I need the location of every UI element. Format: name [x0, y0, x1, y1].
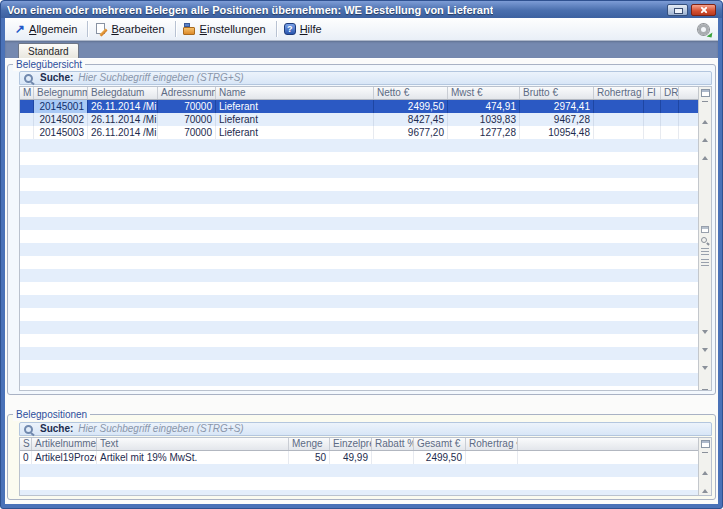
column-header[interactable]: FI — [644, 87, 661, 99]
column-header[interactable]: Belegdatum — [88, 87, 158, 99]
window-title: Von einem oder mehreren Belegen alle Pos… — [7, 4, 493, 16]
grid-cell[interactable] — [644, 126, 661, 139]
title-bar[interactable]: Von einem oder mehreren Belegen alle Pos… — [1, 1, 722, 18]
grid-cell[interactable]: Lieferant — [216, 100, 374, 113]
page-up-icon[interactable] — [702, 121, 708, 139]
grid-cell[interactable] — [466, 451, 518, 464]
column-header[interactable]: Belegnumme — [34, 87, 88, 99]
grid-cell[interactable]: 70000 — [158, 126, 216, 139]
grid-cell[interactable]: 2499,50 — [374, 100, 448, 113]
column-header[interactable]: Rohertrag € — [466, 438, 518, 450]
filter-rows-icon[interactable] — [701, 248, 709, 255]
grid-cell[interactable]: 70000 — [158, 100, 216, 113]
grid-cell[interactable] — [594, 126, 644, 139]
arrow-ne-icon: ↗ — [15, 23, 25, 35]
grid-cell[interactable]: Lieferant — [216, 126, 374, 139]
column-header[interactable]: Brutto € — [520, 87, 594, 99]
grid-cell[interactable]: 1277,28 — [448, 126, 520, 139]
menu-item-einstellungen[interactable]: Einstellungen — [179, 21, 273, 37]
menu-label: Hilfe — [300, 23, 322, 35]
first-record-icon[interactable] — [702, 101, 708, 121]
table-row[interactable]: 20145001 26.11.2014 /Mi 70000 Lieferant … — [20, 100, 698, 113]
tab-strip: Standard — [5, 41, 718, 58]
column-header[interactable]: Einzelpreis € — [330, 438, 372, 450]
grid-cell[interactable]: Artikel19Prozent — [32, 451, 97, 464]
grid-cell-focused[interactable]: 20145001 — [34, 100, 88, 113]
grid-cell[interactable] — [661, 113, 679, 126]
menu-item-bearbeiten[interactable]: Bearbeiten — [91, 21, 171, 38]
menu-label: Bearbeiten — [111, 23, 164, 35]
column-header[interactable]: Netto € — [374, 87, 448, 99]
grid-cell[interactable]: Lieferant — [216, 113, 374, 126]
tab-standard[interactable]: Standard — [18, 43, 79, 58]
grid-cell[interactable]: 0 — [20, 451, 32, 464]
column-header[interactable]: Menge — [289, 438, 330, 450]
grid-cell[interactable]: Artikel mit 19% MwSt. — [97, 451, 289, 464]
grid-cell[interactable]: 49,99 — [330, 451, 372, 464]
grid-cell[interactable]: 2499,50 — [414, 451, 466, 464]
column-chooser-icon[interactable] — [701, 440, 710, 448]
grid-cell[interactable]: 10954,48 — [520, 126, 594, 139]
grid-cell[interactable]: 9467,28 — [520, 113, 594, 126]
grid-cell[interactable]: 8427,45 — [374, 113, 448, 126]
column-header[interactable]: Adressnumm — [158, 87, 216, 99]
search-label: Suche: — [40, 72, 73, 84]
beleg-search-input[interactable]: Suche: Hier Suchbegriff eingeben (STRG+S… — [19, 71, 712, 85]
grid-cell[interactable]: 20145003 — [34, 126, 88, 139]
column-header[interactable]: Text — [97, 438, 289, 450]
minimize-icon[interactable] — [667, 4, 688, 16]
prev-record-icon[interactable] — [702, 490, 708, 496]
page-up-icon[interactable] — [702, 472, 708, 490]
prev-record-icon[interactable] — [702, 139, 708, 157]
grid-cell[interactable]: 2974,41 — [520, 100, 594, 113]
card-view-icon[interactable] — [701, 226, 709, 233]
column-header[interactable]: Name — [216, 87, 374, 99]
grid-nav-strip — [698, 87, 711, 390]
group-beleguebersicht: Belegübersicht Suche: Hier Suchbegriff e… — [7, 64, 716, 395]
grid-search-icon[interactable] — [701, 236, 710, 245]
grid-cell[interactable] — [644, 113, 661, 126]
grid-cell[interactable] — [594, 113, 644, 126]
grid-cell[interactable] — [20, 100, 34, 113]
first-record-icon[interactable] — [702, 452, 708, 472]
column-header[interactable]: Gesamt € — [414, 438, 466, 450]
positionen-search-input[interactable]: Suche: Hier Suchbegriff eingeben (STRG+S… — [19, 422, 712, 436]
close-icon[interactable] — [691, 4, 716, 16]
menu-item-hilfe[interactable]: ? Hilfe — [280, 21, 329, 37]
column-header[interactable]: Mwst € — [448, 87, 520, 99]
grid-cell[interactable] — [372, 451, 414, 464]
table-row[interactable]: 20145003 26.11.2014 /Mi 70000 Lieferant … — [20, 126, 698, 139]
grid-cell[interactable] — [20, 126, 34, 139]
grid-cell[interactable]: 474,91 — [448, 100, 520, 113]
grid-cell[interactable]: 20145002 — [34, 113, 88, 126]
toolbar-separator — [175, 21, 176, 37]
grid-cell[interactable] — [661, 126, 679, 139]
help-icon: ? — [284, 23, 296, 35]
summary-rows-icon[interactable] — [701, 259, 709, 266]
table-row[interactable]: 20145002 26.11.2014 /Mi 70000 Lieferant … — [20, 113, 698, 126]
column-header[interactable]: Artikelnummer — [32, 438, 97, 450]
column-chooser-icon[interactable] — [701, 89, 710, 97]
grid-cell[interactable]: 26.11.2014 /Mi — [88, 100, 158, 113]
last-record-icon[interactable] — [702, 370, 708, 390]
column-header[interactable]: M — [20, 87, 34, 99]
grid-cell[interactable]: 26.11.2014 /Mi — [88, 113, 158, 126]
grid-cell[interactable]: 1039,83 — [448, 113, 520, 126]
grid-cell[interactable]: 26.11.2014 /Mi — [88, 126, 158, 139]
grid-cell[interactable] — [594, 100, 644, 113]
grid-cell[interactable]: 70000 — [158, 113, 216, 126]
grid-cell[interactable] — [644, 100, 661, 113]
grid-cell[interactable] — [20, 113, 34, 126]
settings-sync-icon[interactable] — [697, 23, 710, 36]
column-header[interactable]: Rohertrag € — [594, 87, 644, 99]
grid-cell[interactable] — [661, 100, 679, 113]
menu-item-allgemein[interactable]: ↗ Allgemein — [11, 21, 84, 37]
grid-cell[interactable]: 9677,20 — [374, 126, 448, 139]
table-row[interactable]: 0 Artikel19Prozent Artikel mit 19% MwSt.… — [20, 451, 698, 464]
column-header[interactable]: Rabatt % — [372, 438, 414, 450]
grid-cell[interactable]: 50 — [289, 451, 330, 464]
column-header[interactable]: DR — [661, 87, 679, 99]
column-header[interactable]: S — [20, 438, 32, 450]
toolbar-right — [695, 23, 712, 36]
search-icon — [24, 424, 35, 435]
